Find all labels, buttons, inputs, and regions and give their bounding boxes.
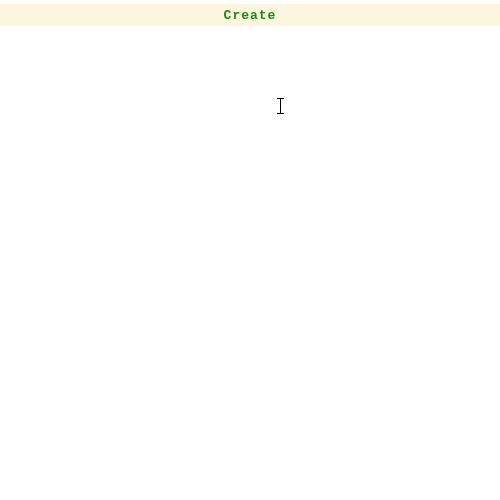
header-title: Create bbox=[224, 8, 277, 23]
header-bar: Create bbox=[0, 4, 500, 26]
content-area[interactable] bbox=[0, 26, 500, 500]
text-cursor-icon bbox=[280, 98, 281, 114]
